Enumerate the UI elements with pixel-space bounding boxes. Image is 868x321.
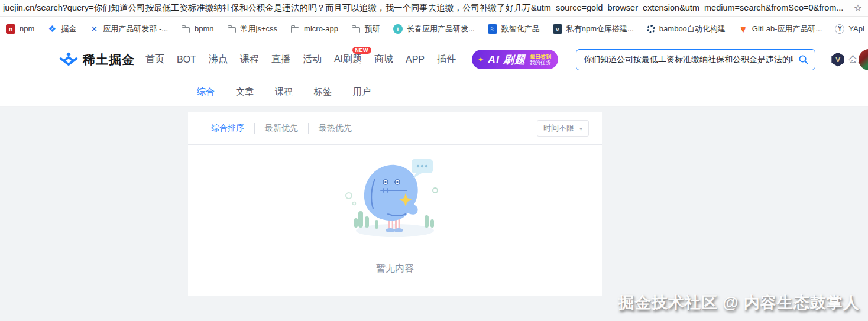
bookmark-label: 私有npm仓库搭建... xyxy=(566,24,634,34)
nav-item[interactable]: AI刷题 NEW xyxy=(334,53,362,66)
bookmarks-bar: npm 掘金 应用产品研发部 -... bpmn 常用js+css micro-… xyxy=(0,17,868,41)
nav-item[interactable]: 商城 xyxy=(374,53,393,66)
bookmark-icon xyxy=(835,24,844,34)
bookmark-item[interactable]: bpmn xyxy=(181,24,214,34)
ai-quiz-banner[interactable]: ✦ AI 刷题 每日签到 我的任务 xyxy=(472,50,558,69)
bookmark-icon xyxy=(739,24,748,34)
nav-item-label: APP xyxy=(406,54,425,64)
search-tab[interactable]: 课程 xyxy=(275,86,293,98)
search-result-card: 综合排序 最新优先 最热优先 时间不限 ▾ xyxy=(188,112,602,296)
bookmark-icon xyxy=(181,24,190,34)
bookmark-label: YApi xyxy=(848,24,864,33)
bookmark-label: micro-app xyxy=(304,24,338,33)
bookmark-item[interactable]: 数智化产品 xyxy=(488,24,540,34)
empty-text: 暂无内容 xyxy=(376,262,414,275)
nav-item-label: 沸点 xyxy=(209,54,228,64)
ai-banner-line2: 我的任务 xyxy=(530,60,551,66)
bookmark-icon xyxy=(351,24,361,34)
sort-row: 综合排序 最新优先 最热优先 时间不限 ▾ xyxy=(188,112,602,145)
search-tab[interactable]: 文章 xyxy=(236,86,254,98)
search-tabs: 综合 文章 课程 标签 用户 xyxy=(0,77,868,107)
bookmark-label: bpmn xyxy=(195,24,214,33)
empty-state: 暂无内容 xyxy=(188,145,602,296)
nav-item[interactable]: APP xyxy=(406,54,425,65)
sort-option[interactable]: 最新优先 xyxy=(254,123,308,134)
nav-item-label: 插件 xyxy=(437,54,456,64)
time-filter-dropdown[interactable]: 时间不限 ▾ xyxy=(537,120,589,137)
bookmark-icon xyxy=(290,24,300,34)
bookmark-icon xyxy=(553,24,562,34)
bookmark-icon xyxy=(227,24,237,34)
nav-item-label: 商城 xyxy=(374,54,393,64)
search-tab[interactable]: 综合 xyxy=(197,86,215,98)
nav-item-label: AI刷题 xyxy=(334,54,362,64)
bookmark-label: 预研 xyxy=(365,24,380,34)
bookmark-item[interactable]: micro-app xyxy=(290,24,338,34)
url-text[interactable]: juejin.cn/search?query=你们知道公司按最低工资标准缴纳社保… xyxy=(0,2,848,14)
bookmark-item[interactable]: 私有npm仓库搭建... xyxy=(553,24,634,34)
bookmark-item[interactable]: GitLab-应用产品研... xyxy=(739,24,822,34)
sort-options: 综合排序 最新优先 最热优先 xyxy=(201,123,362,134)
time-filter-label: 时间不限 xyxy=(543,123,574,134)
bookmark-label: npm xyxy=(20,24,34,33)
bookmark-icon xyxy=(89,24,99,34)
ai-banner-line1: 每日签到 xyxy=(530,54,551,60)
juejin-logo-icon xyxy=(59,52,78,67)
bookmark-item[interactable]: npm xyxy=(6,24,34,34)
sort-option[interactable]: 最热优先 xyxy=(308,123,362,134)
bookmark-label: 数智化产品 xyxy=(501,24,540,34)
bookmark-item[interactable]: YApi xyxy=(835,24,864,34)
nav-item[interactable]: 直播 xyxy=(271,53,290,66)
sort-option-label: 最新优先 xyxy=(265,123,298,132)
bookmark-label: GitLab-应用产品研... xyxy=(752,24,822,34)
nav-item[interactable]: 沸点 xyxy=(209,53,228,66)
search-tab-label: 标签 xyxy=(314,86,332,96)
nav-item[interactable]: 活动 xyxy=(303,53,322,66)
search-tab-label: 用户 xyxy=(353,86,371,96)
new-badge: NEW xyxy=(352,47,372,54)
nav-item[interactable]: BOT xyxy=(177,54,196,65)
bookmark-label: 应用产品研发部 -... xyxy=(103,24,168,34)
sparkle-icon: ✦ xyxy=(478,56,484,64)
search-box xyxy=(576,49,815,70)
nav-item[interactable]: 课程 xyxy=(240,53,259,66)
watermark-text: 掘金技术社区 @ 内容生态鼓掌人 xyxy=(618,292,860,313)
nav-item-label: 活动 xyxy=(303,54,322,64)
site-header: 稀土掘金 首页 BOT 沸点 课程 直播 xyxy=(0,41,868,77)
search-tab[interactable]: 用户 xyxy=(353,86,371,98)
caret-down-icon: ▾ xyxy=(579,125,582,132)
bookmark-star-icon[interactable]: ☆ xyxy=(848,2,868,14)
nav-item[interactable]: 首页 xyxy=(145,53,164,66)
nav-item-label: BOT xyxy=(177,54,196,64)
ai-banner-subtext: 每日签到 我的任务 xyxy=(530,54,551,66)
search-tab[interactable]: 标签 xyxy=(314,86,332,98)
search-icon xyxy=(798,54,809,65)
bookmark-item[interactable]: bamboo自动化构建 xyxy=(647,24,726,34)
member-badge-icon: V xyxy=(831,53,845,67)
nav-item-label: 课程 xyxy=(240,54,259,64)
sort-option-label: 最热优先 xyxy=(319,123,352,132)
logo-title: 稀土掘金 xyxy=(83,51,135,68)
nav-item[interactable]: 插件 xyxy=(437,53,456,66)
bookmark-icon xyxy=(47,24,57,34)
bookmark-item[interactable]: 常用js+css xyxy=(227,24,277,34)
browser-address-bar: juejin.cn/search?query=你们知道公司按最低工资标准缴纳社保… xyxy=(0,0,868,17)
bookmark-label: bamboo自动化构建 xyxy=(659,24,726,34)
search-button[interactable] xyxy=(798,54,809,65)
search-input[interactable] xyxy=(584,55,793,64)
bookmark-label: 掘金 xyxy=(61,24,76,34)
bookmark-icon xyxy=(647,25,655,33)
bookmark-item[interactable]: 预研 xyxy=(351,24,380,34)
main-nav: 首页 BOT 沸点 课程 直播 活动 xyxy=(145,53,456,66)
bookmark-icon xyxy=(488,24,497,34)
bookmark-item[interactable]: 长春应用产品研发... xyxy=(393,24,475,34)
empty-illustration xyxy=(342,157,448,242)
sort-option[interactable]: 综合排序 xyxy=(201,123,254,134)
bookmark-item[interactable]: 掘金 xyxy=(47,24,76,34)
bookmark-label: 常用js+css xyxy=(241,24,277,34)
bookmark-item[interactable]: 应用产品研发部 -... xyxy=(89,24,168,34)
site-logo[interactable]: 稀土掘金 xyxy=(59,51,135,68)
search-tab-label: 综合 xyxy=(197,86,215,96)
bookmark-icon xyxy=(393,24,403,34)
sort-option-label: 综合排序 xyxy=(211,123,244,132)
